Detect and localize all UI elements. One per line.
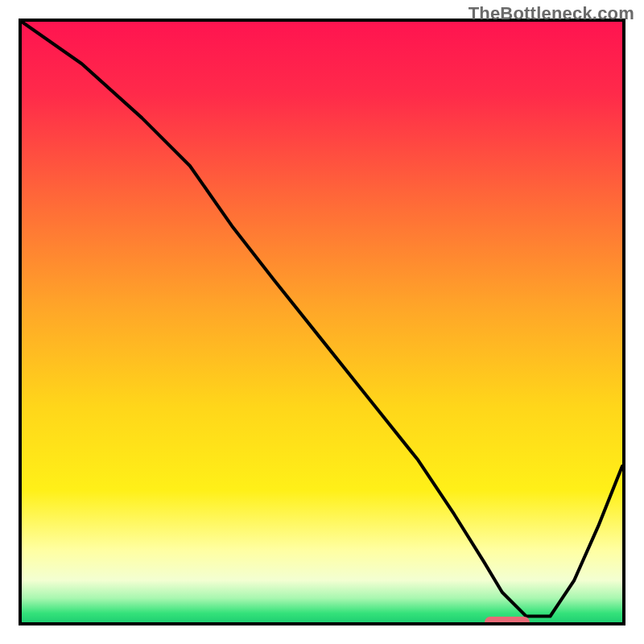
watermark-label: TheBottleneck.com xyxy=(469,3,634,24)
highlight-marker xyxy=(485,617,530,625)
chart-plot-area xyxy=(19,19,625,625)
chart-line xyxy=(22,22,622,622)
